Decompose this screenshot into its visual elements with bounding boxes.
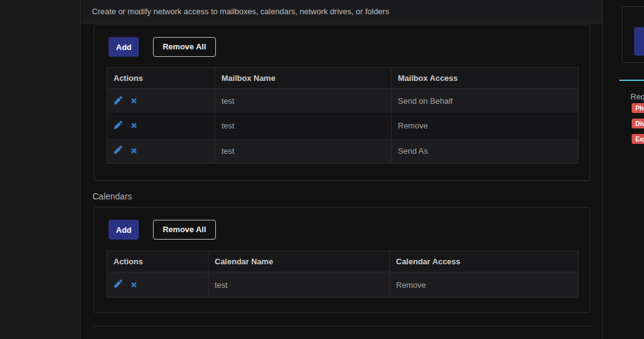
- status-badge: Exp: [632, 134, 644, 144]
- mailbox-name-cell: test: [215, 89, 392, 114]
- actions-cell: ✖: [107, 114, 215, 138]
- page-description: Create or modify network access to mailb…: [92, 7, 389, 16]
- mailboxes-card: Add Remove All Actions Mailbox Name Mail…: [94, 25, 590, 181]
- mailboxes-add-button[interactable]: Add: [109, 37, 139, 57]
- mailboxes-remove-all-button[interactable]: Remove All: [153, 37, 216, 57]
- mailbox-access-cell: Send on Behalf: [392, 89, 578, 114]
- delete-x-icon[interactable]: ✖: [131, 96, 138, 106]
- actions-cell: ✖: [107, 272, 208, 297]
- edit-pencil-icon[interactable]: [114, 279, 128, 290]
- calendar-access-cell: Remove: [390, 272, 578, 297]
- mailboxes-button-row: Add Remove All: [109, 37, 216, 57]
- delete-x-icon[interactable]: ✖: [131, 121, 138, 130]
- header-actions: Actions: [107, 251, 208, 272]
- edit-pencil-icon[interactable]: [114, 96, 128, 107]
- status-badge: Pho: [632, 103, 644, 113]
- actions-cell: ✖: [107, 89, 215, 114]
- table-row: ✖ test Remove: [107, 114, 578, 138]
- table-row: ✖ test Remove: [107, 272, 578, 297]
- header-actions: Actions: [107, 68, 215, 89]
- header-calendar-name: Calendar Name: [208, 251, 390, 272]
- calendar-name-cell: test: [208, 272, 390, 297]
- mailboxes-table-header-row: Actions Mailbox Name Mailbox Access: [107, 68, 578, 89]
- section-divider: [94, 326, 590, 327]
- edit-pencil-icon[interactable]: [114, 145, 128, 156]
- calendars-button-row: Add Remove All: [109, 220, 216, 240]
- screen: Create or modify network access to mailb…: [0, 0, 644, 339]
- header-calendar-access: Calendar Access: [390, 251, 578, 272]
- table-row: ✖ test Send As: [107, 138, 578, 163]
- left-sidebar: [0, 0, 81, 339]
- mailbox-name-cell: test: [215, 114, 392, 138]
- page-header: Create or modify network access to mailb…: [81, 0, 602, 23]
- main-panel: Create or modify network access to mailb…: [81, 0, 603, 339]
- calendars-remove-all-button[interactable]: Remove All: [153, 220, 216, 240]
- right-panel-button[interactable]: [634, 27, 644, 56]
- actions-cell: ✖: [107, 138, 215, 163]
- delete-x-icon[interactable]: ✖: [131, 280, 138, 290]
- delete-x-icon[interactable]: ✖: [131, 146, 138, 156]
- mailbox-name-cell: test: [215, 138, 392, 163]
- header-mailbox-access: Mailbox Access: [392, 68, 578, 89]
- status-badge: Div: [632, 119, 644, 128]
- edit-pencil-icon[interactable]: [114, 120, 128, 132]
- calendars-section-label: Calendars: [93, 191, 132, 201]
- calendars-add-button[interactable]: Add: [109, 220, 139, 240]
- calendars-table-header-row: Actions Calendar Name Calendar Access: [107, 251, 578, 272]
- active-tab-indicator: [619, 80, 644, 81]
- calendars-card: Add Remove All Actions Calendar Name Cal…: [94, 207, 590, 313]
- calendars-table: Actions Calendar Name Calendar Access ✖ …: [107, 251, 579, 298]
- mailbox-access-cell: Send As: [392, 138, 578, 163]
- mailbox-access-cell: Remove: [392, 114, 578, 138]
- table-row: ✖ test Send on Behalf: [107, 89, 578, 114]
- header-mailbox-name: Mailbox Name: [215, 68, 392, 89]
- mailboxes-table: Actions Mailbox Name Mailbox Access ✖ te…: [107, 67, 579, 164]
- required-fields-text: Req: [630, 92, 644, 101]
